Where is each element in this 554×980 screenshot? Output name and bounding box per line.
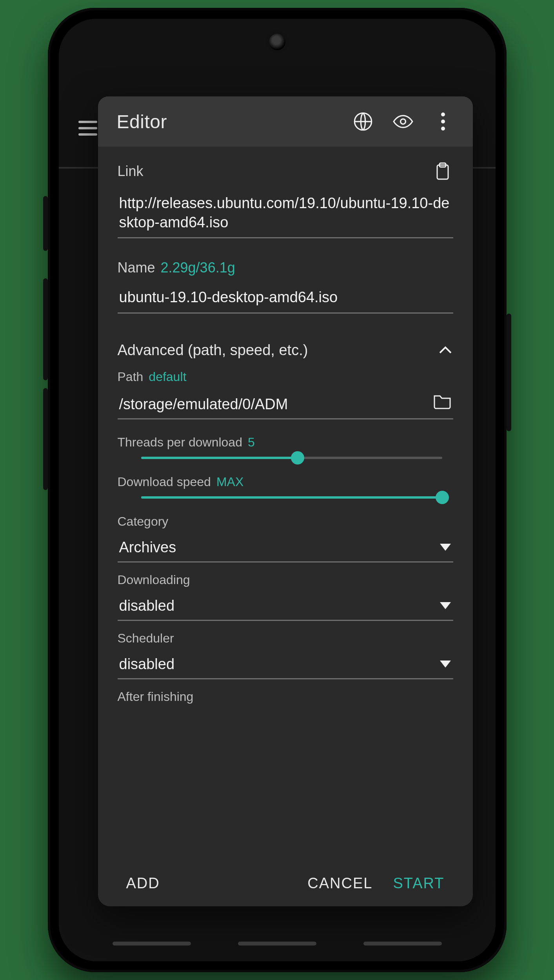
- svg-point-1: [400, 119, 405, 124]
- speed-label: Download speed MAX: [118, 475, 453, 489]
- clipboard-icon[interactable]: [432, 161, 453, 182]
- link-input[interactable]: http://releases.ubuntu.com/19.10/ubuntu-…: [118, 191, 453, 238]
- link-label: Link: [118, 163, 143, 180]
- category-label: Category: [118, 514, 453, 529]
- screen: Editor Link: [59, 19, 496, 961]
- scheduler-value: disabled: [119, 656, 175, 673]
- path-input-row[interactable]: /storage/emulated/0/ADM: [118, 388, 453, 419]
- threads-label: Threads per download 5: [118, 435, 453, 450]
- chevron-up-icon: [438, 342, 453, 358]
- front-camera: [269, 34, 285, 50]
- hamburger-icon[interactable]: [78, 121, 97, 136]
- name-input[interactable]: ubuntu-19.10-desktop-amd64.iso: [118, 285, 453, 314]
- form-body: Link http://releases.ubuntu.com/19.10/ub…: [98, 147, 473, 860]
- threads-label-text: Threads per download: [118, 435, 242, 450]
- start-button[interactable]: START: [383, 867, 454, 900]
- speed-value: MAX: [216, 475, 243, 489]
- dialog-title: Editor: [117, 111, 337, 132]
- dropdown-caret-icon: [440, 544, 451, 551]
- editor-dialog: Editor Link: [98, 96, 473, 906]
- cancel-button[interactable]: CANCEL: [297, 867, 383, 900]
- name-label: Name 2.29g/36.1g: [118, 260, 453, 276]
- name-size-hint: 2.29g/36.1g: [161, 260, 235, 276]
- name-label-text: Name: [118, 260, 155, 276]
- advanced-label: Advanced (path, speed, etc.): [118, 342, 308, 359]
- dialog-titlebar: Editor: [98, 96, 473, 147]
- category-value: Archives: [119, 539, 176, 556]
- path-label: Path default: [118, 370, 453, 384]
- dropdown-caret-icon: [440, 602, 451, 609]
- scheduler-dropdown[interactable]: disabled: [118, 651, 453, 679]
- folder-icon[interactable]: [433, 392, 452, 413]
- dialog-footer: ADD CANCEL START: [98, 860, 473, 906]
- add-button[interactable]: ADD: [116, 867, 170, 900]
- after-label: After finishing: [118, 690, 453, 704]
- path-value: /storage/emulated/0/ADM: [119, 396, 423, 413]
- path-label-text: Path: [118, 370, 143, 384]
- speed-label-text: Download speed: [118, 475, 211, 489]
- threads-slider[interactable]: [141, 457, 442, 459]
- globe-icon[interactable]: [349, 107, 377, 136]
- downloading-value: disabled: [119, 597, 175, 614]
- threads-value: 5: [248, 435, 255, 450]
- downloading-label: Downloading: [118, 573, 453, 587]
- speed-slider[interactable]: [141, 496, 442, 499]
- advanced-toggle[interactable]: Advanced (path, speed, etc.): [118, 335, 453, 370]
- dropdown-caret-icon: [440, 661, 451, 668]
- scheduler-label: Scheduler: [118, 631, 453, 646]
- overflow-menu-icon[interactable]: [429, 107, 457, 136]
- path-hint: default: [149, 370, 186, 384]
- eye-icon[interactable]: [389, 107, 417, 136]
- category-dropdown[interactable]: Archives: [118, 534, 453, 563]
- gesture-nav-hints: [59, 942, 496, 946]
- downloading-dropdown[interactable]: disabled: [118, 593, 453, 621]
